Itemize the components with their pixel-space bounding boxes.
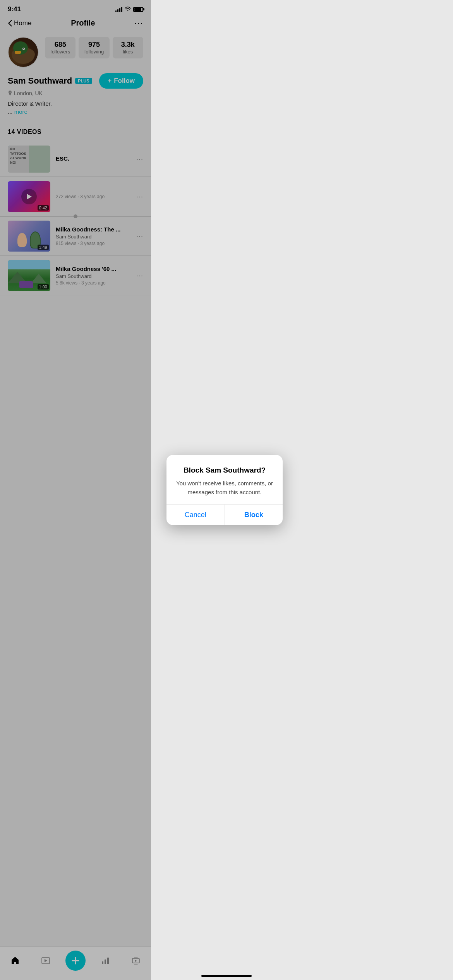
stat-followers[interactable]: 685 followers (45, 37, 76, 58)
profile-name: Sam Southward (8, 76, 72, 86)
video-item[interactable]: NOTATTOOSAT WORKNO! ✕ ESC. ··· (0, 142, 151, 177)
video-info: ESC. (56, 155, 131, 163)
video-info: Milka Goodness '60 ... Sam Southward 5.8… (56, 266, 131, 286)
video-title: Milka Goodness '60 ... (56, 266, 131, 272)
status-time: 9:41 (8, 5, 21, 13)
follow-plus-icon: + (108, 77, 112, 85)
status-icons (115, 6, 143, 12)
video-info: Milka Goodness: The ... Sam Southward 81… (56, 226, 131, 246)
bio-text: Director & Writer. ... more (8, 99, 143, 116)
more-link[interactable]: more (14, 108, 27, 115)
video-item[interactable]: 1:49 Milka Goodness: The ... Sam Southwa… (0, 217, 151, 256)
video-thumbnail: NOTATTOOSAT WORKNO! ✕ (8, 146, 50, 173)
video-more-button[interactable]: ··· (136, 155, 143, 163)
stat-likes[interactable]: 3.3k likes (113, 37, 143, 58)
profile-name-left: Sam Southward PLUS (8, 76, 92, 86)
more-button[interactable]: ··· (134, 19, 143, 27)
battery-icon (133, 7, 143, 12)
follow-button[interactable]: + Follow (99, 73, 143, 89)
video-author: Sam Southward (56, 234, 131, 240)
following-label: following (82, 49, 106, 55)
bio-ellipsis: ... (8, 108, 14, 115)
video-title: Milka Goodness: The ... (56, 226, 131, 233)
video-duration: 0:42 (38, 205, 49, 211)
video-author: Sam Southward (56, 273, 131, 279)
likes-count: 3.3k (116, 41, 140, 49)
video-thumbnail: 1:49 (8, 221, 50, 252)
avatar (8, 37, 39, 68)
stat-following[interactable]: 975 following (79, 37, 109, 58)
followers-label: followers (48, 49, 72, 55)
back-button[interactable]: Home (8, 19, 31, 27)
video-meta: 5.8k views · 3 years ago (56, 280, 131, 286)
videos-section: 14 VIDEOS (0, 122, 151, 135)
video-info: 272 views · 3 years ago (56, 194, 131, 199)
profile-info: Sam Southward PLUS + Follow London, UK D… (8, 73, 143, 116)
bio-content: Director & Writer. (8, 100, 52, 107)
plus-badge: PLUS (75, 78, 92, 84)
video-duration: 1:00 (38, 284, 49, 290)
chevron-left-icon (8, 20, 12, 27)
video-thumbnail: 1:00 (8, 260, 50, 291)
video-title: ESC. (56, 155, 131, 162)
video-meta: 815 views · 3 years ago (56, 241, 131, 246)
location-icon (8, 91, 12, 96)
likes-label: likes (116, 49, 140, 55)
video-item[interactable]: 0:42 272 views · 3 years ago ··· (0, 177, 151, 216)
duck-eye (22, 48, 25, 50)
video-meta: 272 views · 3 years ago (56, 194, 131, 199)
video-thumbnail: 0:42 (8, 181, 50, 212)
back-label: Home (14, 19, 31, 27)
signal-icon (115, 7, 122, 12)
location-text: London, UK (14, 90, 43, 96)
wifi-icon (125, 6, 131, 12)
status-bar: 9:41 (0, 0, 151, 15)
profile-name-row: Sam Southward PLUS + Follow (8, 73, 143, 89)
video-more-button[interactable]: ··· (136, 232, 143, 240)
video-duration: 1:49 (38, 245, 49, 250)
duck-head (13, 41, 28, 55)
profile-top: 685 followers 975 following 3.3k likes (8, 37, 143, 68)
followers-count: 685 (48, 41, 72, 49)
nav-bar: Home Profile ··· (0, 15, 151, 32)
video-item[interactable]: 1:00 Milka Goodness '60 ... Sam Southwar… (0, 256, 151, 295)
following-count: 975 (82, 41, 106, 49)
video-list: NOTATTOOSAT WORKNO! ✕ ESC. ··· 0:42 272 … (0, 142, 151, 295)
stats-row: 685 followers 975 following 3.3k likes (45, 37, 143, 58)
profile-section: 685 followers 975 following 3.3k likes S… (0, 32, 151, 122)
avatar-duck-bg (9, 38, 38, 67)
follow-label: Follow (114, 77, 135, 85)
video-more-button[interactable]: ··· (136, 193, 143, 201)
page-title: Profile (71, 19, 95, 27)
duck-bill (15, 51, 21, 54)
video-more-button[interactable]: ··· (136, 272, 143, 280)
location-row: London, UK (8, 90, 143, 96)
videos-title: 14 VIDEOS (8, 128, 143, 135)
